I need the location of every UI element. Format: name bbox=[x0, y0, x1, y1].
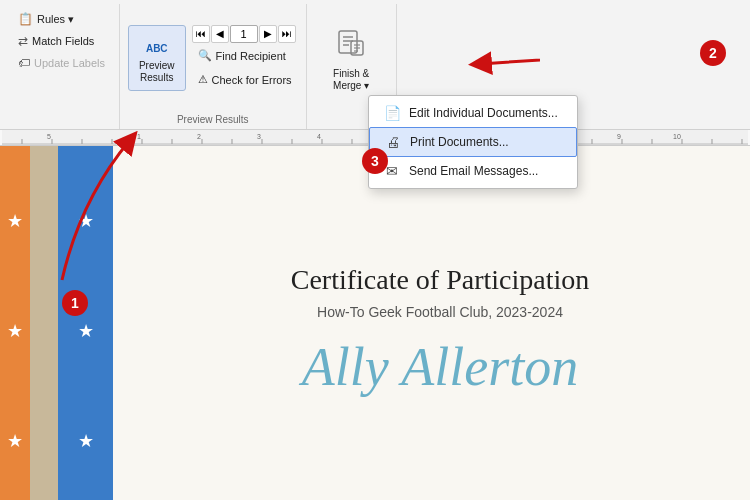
preview-group-label: Preview Results bbox=[120, 114, 306, 125]
left-decorative-bands: ★ ★ ★ ★ ★ ★ bbox=[0, 146, 113, 500]
star-icon-4: ★ bbox=[78, 210, 94, 232]
document-area: ★ ★ ★ ★ ★ ★ Certificate of Participation… bbox=[0, 146, 750, 500]
ribbon-group-preview: ABC Preview Results ⏮ ◀ ▶ ⏭ bbox=[120, 4, 307, 129]
star-icon-2: ★ bbox=[7, 320, 23, 342]
ribbon: 📋 Rules ▾ ⇄ Match Fields 🏷 Update Labels… bbox=[0, 0, 750, 130]
nav-prev-button[interactable]: ◀ bbox=[211, 25, 229, 43]
preview-results-button[interactable]: ABC Preview Results bbox=[128, 25, 186, 91]
print-documents-item[interactable]: 🖨 Print Documents... bbox=[369, 127, 577, 157]
svg-text:5: 5 bbox=[47, 133, 51, 140]
finish-merge-icon bbox=[335, 27, 367, 66]
svg-text:1: 1 bbox=[137, 133, 141, 140]
edit-doc-icon: 📄 bbox=[383, 105, 401, 121]
nav-controls: ⏮ ◀ ▶ ⏭ 🔍 Find Recipient ⚠ Check for Err… bbox=[192, 25, 298, 91]
svg-text:2: 2 bbox=[197, 133, 201, 140]
rules-icon: 📋 bbox=[18, 12, 33, 26]
match-fields-icon: ⇄ bbox=[18, 34, 28, 48]
star-icon-5: ★ bbox=[78, 320, 94, 342]
band-orange: ★ ★ ★ bbox=[0, 146, 30, 500]
certificate-title: Certificate of Participation bbox=[291, 264, 590, 296]
nav-next-button[interactable]: ▶ bbox=[259, 25, 277, 43]
star-icon-3: ★ bbox=[7, 430, 23, 452]
nav-page-input[interactable] bbox=[230, 25, 258, 43]
check-for-errors-button[interactable]: ⚠ Check for Errors bbox=[192, 69, 298, 91]
nav-row: ⏮ ◀ ▶ ⏭ bbox=[192, 25, 298, 43]
certificate-subtitle: How-To Geek Football Club, 2023-2024 bbox=[291, 304, 590, 320]
svg-text:3: 3 bbox=[257, 133, 261, 140]
email-icon: ✉ bbox=[383, 163, 401, 179]
rules-button[interactable]: 📋 Rules ▾ bbox=[12, 8, 80, 30]
print-icon: 🖨 bbox=[384, 134, 402, 150]
certificate: ★ ★ ★ ★ ★ ★ Certificate of Participation… bbox=[0, 146, 750, 500]
find-recipient-button[interactable]: 🔍 Find Recipient bbox=[192, 45, 298, 67]
send-email-item[interactable]: ✉ Send Email Messages... bbox=[369, 157, 577, 185]
find-icon: 🔍 bbox=[198, 49, 212, 62]
svg-text:4: 4 bbox=[317, 133, 321, 140]
nav-last-button[interactable]: ⏭ bbox=[278, 25, 296, 43]
certificate-name: Ally Allerton bbox=[291, 336, 590, 398]
band-blue: ★ ★ ★ bbox=[58, 146, 113, 500]
ribbon-group-rules: 📋 Rules ▾ ⇄ Match Fields 🏷 Update Labels bbox=[4, 4, 120, 129]
svg-text:9: 9 bbox=[617, 133, 621, 140]
edit-individual-docs-item[interactable]: 📄 Edit Individual Documents... bbox=[369, 99, 577, 127]
finish-merge-dropdown: 📄 Edit Individual Documents... 🖨 Print D… bbox=[368, 95, 578, 189]
preview-results-icon: ABC bbox=[146, 32, 168, 58]
check-icon: ⚠ bbox=[198, 73, 208, 86]
finish-merge-label: Finish & Merge ▾ bbox=[333, 68, 369, 92]
update-labels-icon: 🏷 bbox=[18, 56, 30, 70]
certificate-text: Certificate of Participation How-To Geek… bbox=[161, 264, 590, 398]
svg-rect-0 bbox=[339, 31, 357, 53]
band-tan bbox=[30, 146, 58, 500]
match-fields-button[interactable]: ⇄ Match Fields bbox=[12, 30, 100, 52]
nav-first-button[interactable]: ⏮ bbox=[192, 25, 210, 43]
update-labels-button[interactable]: 🏷 Update Labels bbox=[12, 52, 111, 74]
star-icon-1: ★ bbox=[7, 210, 23, 232]
svg-text:10: 10 bbox=[673, 133, 681, 140]
preview-results-label: Preview Results bbox=[139, 60, 175, 84]
star-icon-6: ★ bbox=[78, 430, 94, 452]
finish-merge-button[interactable]: Finish & Merge ▾ bbox=[321, 24, 381, 96]
